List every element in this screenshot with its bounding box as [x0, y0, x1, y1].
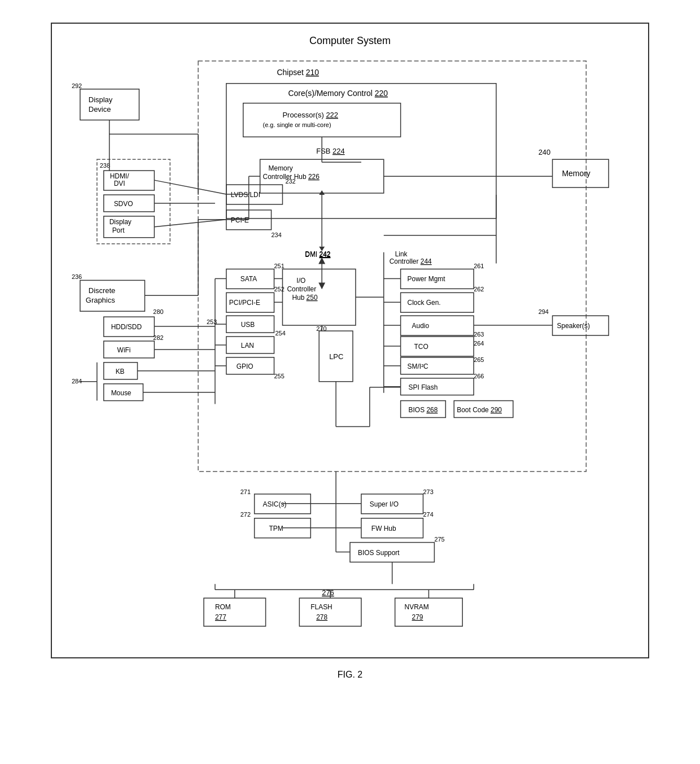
discrete-graphics-label2: Graphics: [86, 296, 115, 304]
kb-label: KB: [116, 368, 125, 376]
svg-rect-0: [198, 61, 586, 472]
fw-hub-label: FW Hub: [371, 525, 396, 532]
svg-rect-59: [401, 337, 474, 356]
svg-rect-96: [204, 598, 266, 626]
group-238-label: 238: [100, 162, 110, 169]
fw-hub-num: 274: [423, 511, 433, 518]
fig-caption: FIG. 2: [40, 670, 660, 680]
asics-num: 271: [240, 488, 251, 495]
lvds-label: LVDS/LDI: [231, 191, 260, 199]
display-port-label: Display: [110, 218, 132, 226]
pci-pcie-label: PCI/PCI-E: [229, 299, 260, 307]
speakers-label: Speaker(s): [557, 322, 590, 330]
io-ctrl-label3: Hub 250: [292, 294, 317, 302]
link-ctrl-label: Link: [395, 250, 408, 258]
asics-label: ASIC(s): [263, 500, 287, 508]
audio-label: Audio: [412, 322, 430, 330]
group-236-label: 236: [72, 273, 82, 280]
io-ctrl-label: I/O: [296, 277, 305, 285]
display-device-label: Display: [89, 95, 113, 104]
lan-num: 254: [275, 330, 286, 337]
diagram-outer: Computer System Chipset 210 Core(s)/Memo…: [51, 23, 649, 658]
tpm-num: 272: [240, 511, 251, 518]
hdd-num: 280: [153, 308, 163, 315]
processors-sub-label: (e.g. single or multi-core): [263, 121, 331, 128]
power-mgmt-label: Power Mgmt: [408, 275, 446, 283]
svg-rect-97: [299, 598, 361, 626]
boot-code-label: Boot Code 290: [457, 406, 502, 414]
gpio-label: GPIO: [237, 363, 253, 370]
lvds-num: 232: [285, 178, 295, 185]
display-device-num: 292: [72, 82, 82, 89]
rom-label: ROM: [215, 603, 231, 611]
tpm-label: TPM: [269, 525, 283, 532]
nvram-label: NVRAM: [405, 603, 429, 611]
lpc-label: LPC: [329, 352, 343, 361]
hdd-label: HDD/SDD: [111, 323, 142, 331]
tco-num: 263: [474, 331, 484, 338]
svg-rect-10: [97, 159, 170, 243]
super-io-num: 273: [423, 488, 433, 495]
display-port-label2: Port: [112, 226, 125, 234]
gpio-num: 255: [274, 373, 285, 379]
lpc-num: 270: [316, 325, 326, 332]
hdmi-label2: DVI: [114, 180, 125, 187]
wifi-num: 282: [153, 334, 163, 341]
dmi-text: DMI 242: [305, 250, 330, 258]
hdmi-label: HDMI/: [110, 172, 130, 180]
super-io-label: Super I/O: [370, 500, 399, 508]
mem-ctrl-label: Memory: [269, 164, 293, 172]
io-ctrl-label2: Controller: [287, 285, 316, 293]
svg-line-20: [154, 220, 226, 227]
cores-memory-label: Core(s)/Memory Control 220: [288, 89, 388, 98]
clock-gen-label: Clock Gen.: [408, 299, 441, 307]
tco-label: TCO: [414, 343, 428, 351]
svg-rect-98: [395, 598, 463, 626]
svg-rect-1: [226, 84, 496, 219]
svg-rect-2: [243, 103, 401, 137]
rom-num: 277: [215, 613, 226, 621]
diagram-svg: Chipset 210 Core(s)/Memory Control 220 P…: [63, 55, 637, 646]
sm-i2c-num: 265: [474, 356, 484, 363]
power-mgmt-num: 261: [474, 263, 484, 269]
wifi-label: WiFi: [117, 346, 131, 354]
pcie-label: PCI-E: [231, 216, 249, 224]
sata-label: SATA: [240, 275, 257, 283]
bios-support-label: BIOS Support: [358, 549, 400, 557]
memory-num: 240: [539, 148, 551, 156]
memory-label: Memory: [562, 169, 590, 178]
flash-num: 278: [316, 613, 327, 621]
bios-support-num: 275: [434, 536, 444, 543]
audio-num-label: 264: [474, 340, 484, 347]
spi-flash-label: SPI Flash: [409, 383, 438, 391]
mouse-label: Mouse: [111, 389, 132, 397]
svg-marker-33: [319, 190, 325, 195]
discrete-graphics-label: Discrete: [89, 286, 115, 295]
clock-gen-num: 262: [474, 286, 484, 292]
link-ctrl-label2: Controller 244: [390, 257, 432, 265]
speakers-num: 294: [539, 308, 549, 315]
svg-line-18: [154, 180, 226, 194]
lan-label: LAN: [241, 342, 254, 350]
spi-flash-num: 266: [474, 373, 484, 379]
chipset-label: Chipset 210: [277, 68, 320, 77]
nvram-num: 279: [412, 613, 423, 621]
sata-num: 251: [274, 263, 285, 269]
usb-num-label: 253: [207, 318, 217, 325]
flash-label: FLASH: [310, 603, 332, 611]
pci-pcie-num: 252: [274, 286, 285, 292]
bios-label: BIOS 268: [409, 406, 438, 414]
pcie-num: 234: [272, 232, 282, 238]
processors-label: Processor(s) 222: [282, 111, 338, 119]
display-device-label2: Device: [89, 105, 111, 113]
group-284-label: 284: [72, 378, 82, 385]
page-container: Computer System Chipset 210 Core(s)/Memo…: [40, 11, 660, 680]
fsb-label: FSB 224: [316, 147, 344, 155]
sm-i2c-label: SM/I²C: [408, 363, 429, 370]
sdvo-label: SDVO: [114, 200, 133, 208]
diagram-title: Computer System: [63, 35, 637, 47]
usb-label: USB: [241, 321, 255, 329]
